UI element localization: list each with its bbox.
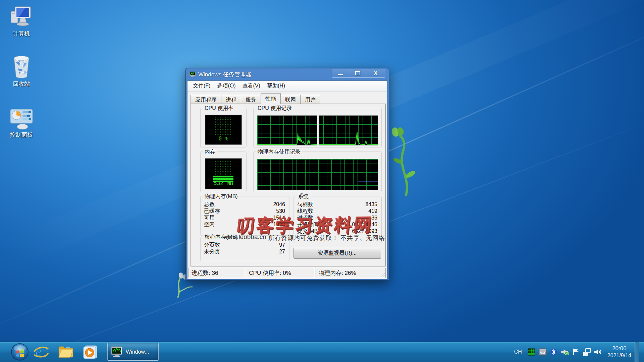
stat-row: 未分页27: [204, 248, 285, 255]
kernel-memory-group-label: 核心内存(MB): [203, 234, 239, 241]
stat-label: 空闲: [204, 221, 215, 228]
tab-networking[interactable]: 联网: [280, 95, 301, 104]
stat-label: 未分页: [204, 248, 220, 255]
task-button-label: Window...: [126, 349, 149, 355]
language-indicator[interactable]: CH: [514, 349, 522, 355]
windows-start-icon: [11, 343, 29, 361]
task-manager-task-icon: [110, 346, 123, 358]
media-player-button[interactable]: [83, 344, 99, 360]
desktop: 计算机 回收站 控制面板: [0, 0, 644, 362]
memory-gauge: 532 MB: [205, 158, 242, 189]
recycle-bin-icon: [9, 52, 34, 79]
tab-performance[interactable]: 性能: [261, 93, 281, 104]
status-filler: [385, 268, 386, 278]
physical-memory-group-label: 物理内存(MB): [203, 193, 239, 200]
window-client-area: 文件(F) 选项(O) 查看(V) 帮助(H) 应用程序 进程 服务 性能 联网…: [187, 80, 387, 279]
resource-monitor-button[interactable]: 资源监视器(R)...: [293, 248, 381, 259]
stat-value: 1514: [273, 215, 285, 221]
desktop-icon-control-panel[interactable]: 控制面板: [2, 108, 41, 139]
clock-date: 2021/9/14: [607, 352, 631, 359]
start-button[interactable]: [11, 343, 29, 361]
stat-row: 提交(MB)652 / 4093: [297, 228, 377, 235]
tab-processes[interactable]: 进程: [221, 95, 241, 104]
desktop-icon-label: 计算机: [2, 30, 41, 38]
tray-cpu-meter-icon[interactable]: [527, 348, 536, 356]
stat-value: 530: [276, 208, 285, 215]
cpu-usage-group-label: CPU 使用率: [203, 105, 235, 112]
stat-label: 开机时间: [297, 221, 319, 228]
stat-value: 27: [279, 248, 285, 255]
close-button[interactable]: X: [366, 69, 385, 77]
resize-grip[interactable]: [381, 273, 385, 277]
internet-explorer-button[interactable]: e: [33, 344, 49, 360]
minimize-icon: [338, 74, 343, 75]
cpu-history-group: CPU 使用记录: [253, 108, 382, 147]
maximize-icon: [355, 71, 360, 75]
kernel-memory-rows: 分页数97 未分页27: [204, 242, 285, 255]
memory-history-group-label: 物理内存使用记录: [256, 148, 302, 156]
tray-safely-remove-icon[interactable]: [560, 348, 570, 356]
tab-services[interactable]: 服务: [241, 95, 261, 104]
tab-users[interactable]: 用户: [300, 95, 320, 104]
stat-label: 进程数: [297, 215, 313, 221]
menu-options[interactable]: 选项(O): [214, 81, 239, 91]
desktop-icon-computer[interactable]: 计算机: [2, 4, 41, 38]
stat-row: 已缓存530: [204, 208, 285, 215]
stat-label: 分页数: [204, 242, 220, 248]
folder-icon: [58, 345, 74, 359]
desktop-icon-recycle-bin[interactable]: 回收站: [2, 52, 41, 88]
svg-text:VM: VM: [540, 351, 545, 355]
show-desktop-button[interactable]: [635, 342, 639, 362]
stat-label: 总数: [204, 201, 215, 208]
stat-label: 提交(MB): [297, 228, 320, 235]
taskbar: e: [0, 342, 644, 362]
minimize-button[interactable]: [332, 69, 349, 77]
stat-value: 36: [371, 215, 377, 221]
physical-memory-group: 物理内存(MB) 总数2046 已缓存530 可用1514 空闲1088: [200, 196, 289, 236]
memory-gauge-led-column: [215, 161, 232, 175]
tray-action-center-flag-icon[interactable]: [572, 348, 581, 356]
tray-clock[interactable]: 20:00 2021/9/14: [607, 345, 631, 359]
cpu-history-chart-1: [257, 115, 317, 145]
memory-usage-value: 532 MB: [205, 180, 241, 186]
menu-help[interactable]: 帮助(H): [264, 81, 288, 91]
status-cpu-usage: CPU 使用率: 0%: [246, 268, 315, 278]
maximize-button[interactable]: [349, 69, 366, 77]
stat-value: 0:00:08:46: [352, 221, 377, 228]
menu-file[interactable]: 文件(F): [190, 81, 214, 91]
tray-vmware-icon[interactable]: VM: [538, 348, 547, 356]
clock-time: 20:00: [607, 345, 631, 352]
stat-value: 652 / 4093: [352, 228, 377, 235]
title-bar[interactable]: Windows 任务管理器 X: [187, 68, 387, 80]
stat-label: 句柄数: [297, 201, 313, 208]
tray-volume-icon[interactable]: [594, 348, 603, 356]
stat-value: 97: [279, 242, 285, 248]
taskbar-task-button-task-manager[interactable]: Window...: [107, 343, 159, 361]
stat-row: 可用1514: [204, 215, 285, 221]
stat-row: 进程数36: [297, 215, 377, 221]
stat-row: 分页数97: [204, 242, 285, 248]
system-group-label: 系统: [297, 193, 310, 200]
stat-label: 可用: [204, 215, 215, 221]
menu-view[interactable]: 查看(V): [239, 81, 264, 91]
system-group: 系统 句柄数8435 线程数419 进程数36 开机时间0:00:08:46 提…: [293, 196, 382, 243]
physical-memory-rows: 总数2046 已缓存530 可用1514 空闲1088: [204, 201, 285, 228]
cpu-usage-value: 0 %: [205, 135, 241, 142]
kernel-memory-group: 核心内存(MB) 分页数97 未分页27: [200, 237, 289, 261]
tray-network-icon[interactable]: [583, 348, 592, 356]
desktop-icon-label: 回收站: [2, 80, 41, 88]
tray-bluetooth-icon[interactable]: [549, 348, 558, 356]
butterfly-icon: [391, 127, 405, 137]
cpu-history-chart-2: [319, 115, 378, 145]
window-title: Windows 任务管理器: [198, 71, 252, 78]
cpu-gauge-led-column: [215, 117, 232, 135]
stat-row: 空闲1088: [204, 221, 285, 228]
memory-history-chart: [257, 159, 378, 190]
internet-explorer-icon: e: [33, 345, 49, 359]
system-tray: CH VM 20:00: [514, 342, 639, 362]
windows-explorer-button[interactable]: [58, 344, 74, 360]
task-manager-icon: [189, 71, 196, 77]
stat-label: 线程数: [297, 208, 313, 215]
stat-value: 1088: [273, 221, 285, 228]
tab-applications[interactable]: 应用程序: [191, 95, 221, 104]
